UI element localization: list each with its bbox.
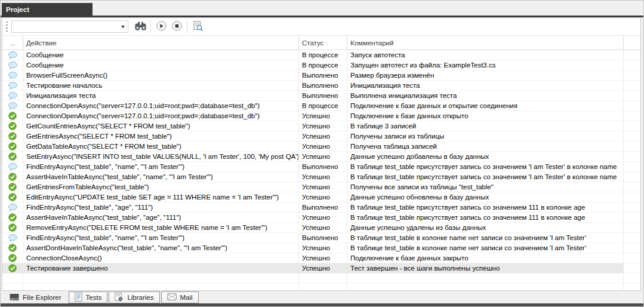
column-header-icon[interactable]: ... — [2, 36, 23, 50]
status-cell: Успешно — [299, 142, 347, 151]
table-row[interactable]: FindEntryAsync("test_table", "name", "'I… — [2, 233, 640, 243]
chat-bubble-icon — [8, 72, 17, 79]
comment-cell: Данные успешно обновлены в базу данных — [347, 192, 624, 202]
row-icon-cell — [2, 243, 23, 253]
action-cell: EditEntryAsync("UPDATE test_table SET ag… — [23, 192, 299, 202]
table-row[interactable]: GetEntriesFromTableAsync("test_table") У… — [2, 182, 640, 192]
chat-bubble-icon — [8, 51, 17, 59]
row-icon-cell — [2, 70, 23, 80]
table-row[interactable]: BrowserFullScreenAsync() Выполнено Разме… — [2, 70, 640, 81]
chat-bubble-icon — [8, 204, 17, 211]
table-row[interactable]: FindEntryAsync("test_table", "name", "'I… — [2, 162, 640, 172]
row-filler-cell — [624, 131, 640, 141]
status-cell: Успешно — [299, 192, 347, 202]
action-cell: GetDataTableAsync("SELECT * FROM test_ta… — [23, 142, 299, 151]
comment-cell: В таблице test_table присутствует запись… — [347, 213, 624, 222]
project-panel: ... Действие Статус Комментарий Сообщени… — [2, 17, 641, 291]
comment-cell: Запущен автотест из файла: ExampleTest3.… — [347, 60, 624, 70]
comment-cell: В таблице test_table присутствует запись… — [347, 172, 624, 182]
success-check-icon — [8, 223, 17, 232]
status-cell: Успешно — [299, 111, 347, 121]
comment-cell: В таблице test_table присутствует запись… — [347, 202, 624, 212]
stop-button[interactable] — [169, 19, 184, 34]
success-check-icon — [8, 254, 17, 262]
action-cell: GetCountEntriesAsync("SELECT * FROM test… — [23, 121, 299, 131]
row-filler-cell — [624, 213, 640, 222]
row-filler-cell — [624, 60, 640, 70]
row-icon-cell — [2, 223, 23, 232]
action-cell: ConnectionOpenAsync("server=127.0.0.1;ui… — [23, 111, 299, 121]
table-row[interactable]: SetEntryAsync("INSERT INTO test_table VA… — [2, 152, 640, 162]
table-row[interactable]: RemoveEntryAsync("DELETE FROM test_table… — [2, 223, 640, 233]
action-cell: Тестирование началось — [23, 81, 299, 90]
table-row[interactable]: EditEntryAsync("UPDATE test_table SET ag… — [2, 192, 640, 202]
toolbar-grip-handle[interactable] — [6, 22, 8, 32]
column-header-action[interactable]: Действие — [23, 36, 299, 50]
table-row[interactable]: ConnectionCloseAsync() Успешно Подключен… — [2, 253, 640, 263]
table-row[interactable]: AssertDontHaveInTableAsync("test_table",… — [2, 243, 640, 253]
table-row[interactable]: Сообщение В процессе Запущен автотест из… — [2, 60, 640, 70]
action-cell: AssertDontHaveInTableAsync("test_table",… — [23, 243, 299, 253]
column-header-status[interactable]: Статус — [299, 36, 347, 50]
document-search-icon — [193, 21, 203, 33]
row-icon-cell — [2, 91, 23, 100]
tab-libraries[interactable]: Libraries — [109, 291, 159, 303]
table-row[interactable]: Инициализация теста Выполнено Выполнена … — [2, 91, 640, 101]
tab-project[interactable]: Project — [2, 3, 93, 16]
table-row[interactable]: ConnectionOpenAsync("server=127.0.0.1;ui… — [2, 101, 640, 111]
run-button[interactable] — [153, 19, 169, 34]
comment-cell: Данные успешно добавлены в базу данных — [347, 152, 624, 161]
comment-cell: В таблице test_table в колонке name нет … — [347, 243, 624, 253]
row-icon-cell — [2, 192, 23, 202]
row-icon-cell — [2, 233, 23, 242]
tab-mail[interactable]: Mail — [161, 291, 199, 303]
table-row[interactable]: GetCountEntriesAsync("SELECT * FROM test… — [2, 121, 640, 131]
test-selector-combobox[interactable] — [11, 20, 128, 33]
success-check-icon — [8, 152, 17, 161]
preview-button[interactable] — [190, 19, 205, 34]
action-cell: AssertHaveInTableAsync("test_table", "ag… — [23, 213, 299, 222]
table-row[interactable]: ConnectionOpenAsync("server=127.0.0.1;ui… — [2, 111, 640, 121]
chat-bubble-icon — [8, 92, 17, 100]
bottom-edge — [1, 303, 644, 306]
table-row[interactable]: GetDataTableAsync("SELECT * FROM test_ta… — [2, 142, 640, 152]
action-cell: FindEntryAsync("test_table", "age", "111… — [23, 202, 299, 212]
table-header: ... Действие Статус Комментарий — [2, 35, 640, 50]
table-row[interactable]: Сообщение В процессе Запуск автотеста — [2, 50, 640, 60]
empty-row — [2, 284, 640, 291]
row-filler-cell — [624, 91, 640, 100]
row-filler-cell — [624, 192, 640, 202]
row-icon-cell — [2, 253, 23, 263]
success-check-icon — [8, 183, 17, 191]
status-cell: Успешно — [299, 213, 347, 222]
table-row[interactable]: Тестирование завершено Успешно Тест заве… — [2, 263, 640, 274]
row-icon-cell — [2, 172, 23, 182]
success-check-icon — [8, 264, 17, 272]
comment-cell: Размер браузера изменён — [347, 70, 624, 80]
table-row[interactable]: Тестирование началось Выполнено Инициали… — [2, 81, 640, 91]
row-filler-cell — [624, 253, 640, 263]
tab-file-explorer[interactable]: File Explorer — [4, 291, 67, 303]
table-empty-area — [2, 274, 640, 291]
comment-cell: Получены все записи из таблицы "test_tab… — [347, 182, 624, 192]
status-cell: Успешно — [299, 152, 347, 161]
tab-tests[interactable]: Tests — [69, 291, 108, 303]
column-header-comment[interactable]: Комментарий — [347, 36, 624, 50]
row-icon-cell — [2, 111, 23, 121]
row-icon-cell — [2, 60, 23, 70]
chat-bubble-icon — [8, 82, 17, 90]
row-filler-cell — [624, 263, 640, 273]
status-cell: Успешно — [299, 223, 347, 232]
success-check-icon — [8, 122, 17, 130]
table-row[interactable]: AssertHaveInTableAsync("test_table", "ag… — [2, 213, 640, 223]
tab-label: Mail — [180, 294, 193, 301]
table-row[interactable]: AssertHaveInTableAsync("test_table", "na… — [2, 172, 640, 182]
row-filler-cell — [624, 223, 640, 232]
action-cell: GetEntriesFromTableAsync("test_table") — [23, 182, 299, 192]
table-row[interactable]: GetEntriesAsync("SELECT * FROM test_tabl… — [2, 131, 640, 142]
action-cell: RemoveEntryAsync("DELETE FROM test_table… — [23, 223, 299, 232]
row-filler-cell — [624, 182, 640, 192]
table-row[interactable]: FindEntryAsync("test_table", "age", "111… — [2, 202, 640, 213]
success-check-icon — [8, 244, 17, 252]
find-button[interactable] — [133, 19, 148, 34]
